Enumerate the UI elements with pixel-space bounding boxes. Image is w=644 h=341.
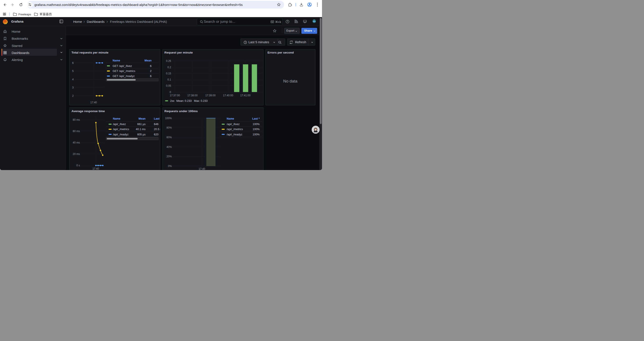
svg-text:40%: 40% xyxy=(166,146,172,149)
svg-text:/api/_/livez: /api/_/livez xyxy=(113,123,126,126)
svg-text:Name: Name xyxy=(113,59,120,62)
svg-text:Max: 0.233: Max: 0.233 xyxy=(194,99,208,103)
svg-text:661 µs: 661 µs xyxy=(137,123,146,126)
svg-text:GET /api/_/metrics: GET /api/_/metrics xyxy=(113,70,135,73)
svg-text:0 s: 0 s xyxy=(76,164,80,167)
svg-text:0%: 0% xyxy=(168,165,172,168)
svg-text:2xx: 2xx xyxy=(170,99,174,103)
svg-text:17:40:00: 17:40:00 xyxy=(223,94,233,97)
svg-text:17:40: 17:40 xyxy=(90,101,97,104)
svg-text:GET /api/_/livez: GET /api/_/livez xyxy=(113,64,132,67)
svg-text:/api/_/readyz: /api/_/readyz xyxy=(113,133,129,136)
svg-text:20 ms: 20 ms xyxy=(73,153,80,156)
svg-text:6: 6 xyxy=(150,75,152,78)
svg-text:40.1 ms: 40.1 ms xyxy=(136,128,146,131)
svg-text:6: 6 xyxy=(72,61,74,64)
svg-text:2: 2 xyxy=(150,70,152,73)
svg-text:80 ms: 80 ms xyxy=(73,118,80,121)
svg-text:17:40: 17:40 xyxy=(92,167,99,170)
svg-text:4: 4 xyxy=(72,78,74,81)
svg-text:5: 5 xyxy=(72,70,74,73)
svg-text:0.2: 0.2 xyxy=(168,66,171,69)
svg-text:/api/_/metrics: /api/_/metrics xyxy=(227,128,243,131)
svg-text:/api/_/livez: /api/_/livez xyxy=(227,123,240,126)
svg-text:6: 6 xyxy=(150,64,152,67)
svg-text:20.5 r: 20.5 r xyxy=(154,128,160,131)
svg-text:Last *: Last * xyxy=(252,117,260,120)
svg-text:100%: 100% xyxy=(253,133,260,136)
svg-text:Name: Name xyxy=(227,117,234,120)
svg-text:100%: 100% xyxy=(165,117,172,120)
svg-text:100%: 100% xyxy=(253,123,260,126)
svg-text:0.1: 0.1 xyxy=(168,78,171,81)
svg-text:80%: 80% xyxy=(166,126,172,129)
svg-text:17:40: 17:40 xyxy=(198,167,205,170)
svg-text:Last: Last xyxy=(154,117,160,120)
svg-text:620: 620 xyxy=(154,133,158,136)
svg-text:Mean: Mean xyxy=(144,59,152,62)
svg-text:100%: 100% xyxy=(253,128,260,131)
svg-text:Name: Name xyxy=(113,117,120,120)
svg-text:0.05: 0.05 xyxy=(166,84,171,87)
svg-text:605 µs: 605 µs xyxy=(137,133,146,136)
svg-text:0.25: 0.25 xyxy=(166,60,171,63)
svg-text:Mean: Mean xyxy=(138,117,146,120)
svg-text:646: 646 xyxy=(154,123,158,126)
svg-text:GET /api/_/readyz: GET /api/_/readyz xyxy=(113,75,135,78)
svg-text:0: 0 xyxy=(170,90,171,94)
svg-text:60%: 60% xyxy=(166,136,172,139)
svg-text:/api/_/readyz: /api/_/readyz xyxy=(227,133,242,136)
svg-text:0.15: 0.15 xyxy=(166,72,171,75)
svg-text:Mean: 0.233: Mean: 0.233 xyxy=(176,99,192,103)
svg-text:3: 3 xyxy=(72,86,74,89)
svg-text:60 ms: 60 ms xyxy=(73,130,80,133)
svg-text:17:41:00: 17:41:00 xyxy=(240,94,250,97)
svg-text:2: 2 xyxy=(72,94,74,97)
svg-text:17:39:00: 17:39:00 xyxy=(206,94,216,97)
svg-text:17:38:00: 17:38:00 xyxy=(188,94,198,97)
svg-text:20%: 20% xyxy=(166,155,172,158)
svg-text:40 ms: 40 ms xyxy=(73,141,80,144)
svg-text:/api/_/metrics: /api/_/metrics xyxy=(113,128,129,131)
svg-text:17:37:00: 17:37:00 xyxy=(170,94,180,97)
